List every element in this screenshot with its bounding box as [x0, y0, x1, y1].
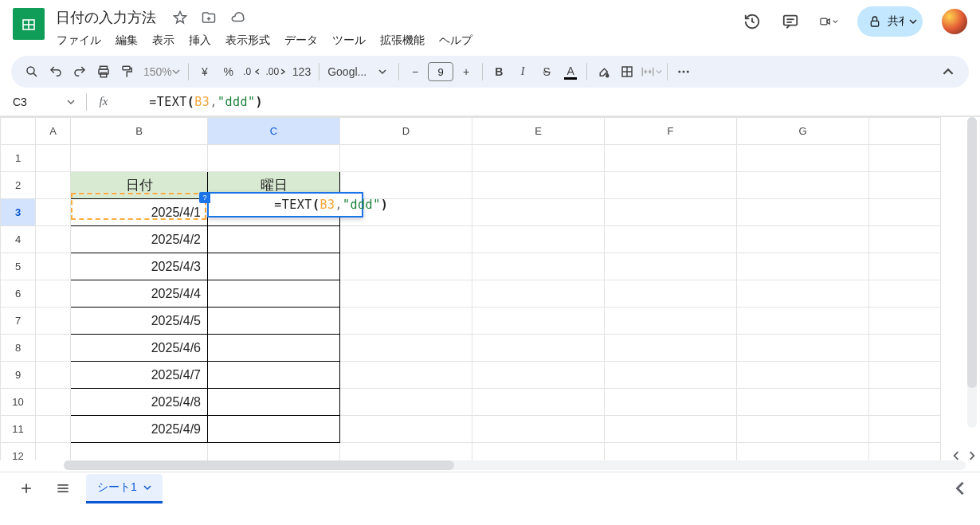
col-header-C[interactable]: C — [208, 118, 340, 145]
number-format-button[interactable]: 123 — [289, 61, 314, 83]
all-sheets-button[interactable] — [49, 475, 76, 502]
borders-button[interactable] — [616, 61, 638, 83]
add-sheet-button[interactable] — [13, 475, 40, 502]
cell-C8[interactable] — [208, 335, 340, 362]
row-header-4[interactable]: 4 — [1, 226, 36, 253]
sheet-tab-menu-icon[interactable] — [143, 484, 151, 492]
cell-B11[interactable]: 2025/4/9 — [71, 416, 208, 443]
cell-B5[interactable]: 2025/4/3 — [71, 253, 208, 280]
sheet-tab-1[interactable]: シート1 — [86, 474, 163, 503]
name-box[interactable]: C3 — [13, 96, 67, 108]
col-header-F[interactable]: F — [605, 118, 737, 145]
col-header-B[interactable]: B — [71, 118, 208, 145]
svg-rect-14 — [123, 66, 130, 70]
avatar[interactable] — [942, 9, 967, 34]
row-header-6[interactable]: 6 — [1, 280, 36, 308]
print-icon[interactable] — [92, 61, 115, 83]
cell-C6[interactable] — [208, 280, 340, 308]
move-icon[interactable] — [199, 8, 218, 27]
text-color-button[interactable]: A — [559, 61, 582, 83]
increase-decimal-button[interactable]: .00 — [265, 61, 288, 83]
sheet-scroll-arrows[interactable] — [951, 451, 977, 460]
history-icon[interactable] — [743, 12, 762, 31]
select-all-corner[interactable] — [1, 118, 36, 145]
horizontal-scrollbar[interactable] — [64, 460, 966, 470]
vertical-scrollbar[interactable] — [967, 117, 977, 428]
cell-B3[interactable]: 2025/4/1 — [71, 199, 208, 226]
svg-rect-8 — [871, 21, 878, 26]
cell-C4[interactable] — [208, 226, 340, 253]
col-header-extra[interactable] — [869, 118, 941, 145]
merge-button[interactable] — [640, 61, 662, 83]
menu-bar: ファイル 編集 表示 挿入 表示形式 データ ツール 拡張機能 ヘルプ — [51, 29, 478, 51]
meet-icon[interactable] — [819, 12, 838, 31]
name-box-dropdown-icon[interactable] — [67, 98, 75, 106]
undo-icon[interactable] — [45, 61, 67, 83]
cell-editor[interactable]: ? =TEXT(B3,"ddd") — [207, 192, 363, 217]
row-header-5[interactable]: 5 — [1, 253, 36, 280]
col-header-A[interactable]: A — [36, 118, 71, 145]
fill-color-button[interactable] — [592, 61, 614, 83]
spreadsheet-grid[interactable]: A B C D E F G 1 2 日付 曜日 3 2025/4/1 4 202… — [0, 117, 941, 460]
bold-button[interactable]: B — [488, 61, 510, 83]
row-header-8[interactable]: 8 — [1, 335, 36, 362]
col-header-E[interactable]: E — [472, 118, 605, 145]
svg-line-10 — [33, 73, 37, 76]
svg-point-18 — [678, 71, 680, 73]
cell-B10[interactable]: 2025/4/8 — [71, 389, 208, 416]
share-dropdown[interactable] — [904, 7, 923, 36]
more-toolbar-icon[interactable] — [672, 61, 695, 83]
row-header-2[interactable]: 2 — [1, 172, 36, 199]
collapse-toolbar-icon[interactable] — [937, 61, 959, 83]
font-select[interactable]: Googl... — [324, 61, 370, 83]
menu-tools[interactable]: ツール — [327, 30, 371, 51]
sheets-logo[interactable] — [13, 8, 45, 40]
font-size-increase[interactable]: + — [455, 61, 477, 83]
menu-extensions[interactable]: 拡張機能 — [374, 30, 430, 51]
col-header-D[interactable]: D — [340, 118, 472, 145]
row-header-1[interactable]: 1 — [1, 145, 36, 172]
cell-C10[interactable] — [208, 389, 340, 416]
menu-view[interactable]: 表示 — [147, 30, 180, 51]
row-header-12[interactable]: 12 — [1, 443, 36, 461]
italic-button[interactable]: I — [512, 61, 534, 83]
menu-edit[interactable]: 編集 — [110, 30, 143, 51]
row-header-7[interactable]: 7 — [1, 308, 36, 335]
cell-B7[interactable]: 2025/4/5 — [71, 308, 208, 335]
doc-title[interactable]: 日付の入力方法 — [51, 6, 161, 29]
svg-rect-7 — [821, 18, 827, 25]
cell-B9[interactable]: 2025/4/7 — [71, 362, 208, 389]
row-header-11[interactable]: 11 — [1, 416, 36, 443]
strike-button[interactable]: S — [535, 61, 558, 83]
redo-icon[interactable] — [69, 61, 91, 83]
col-header-G[interactable]: G — [737, 118, 869, 145]
cell-B4[interactable]: 2025/4/2 — [71, 226, 208, 253]
star-icon[interactable] — [171, 8, 190, 27]
font-size-input[interactable]: 9 — [428, 62, 453, 81]
cell-C5[interactable] — [208, 253, 340, 280]
search-menus-icon[interactable] — [21, 61, 43, 83]
font-size-decrease[interactable]: − — [404, 61, 426, 83]
fx-icon: fx — [96, 95, 111, 108]
sheet-tab-label: シート1 — [97, 480, 137, 495]
row-header-10[interactable]: 10 — [1, 389, 36, 416]
explore-button[interactable] — [953, 481, 967, 496]
cell-C7[interactable] — [208, 308, 340, 335]
svg-point-19 — [683, 71, 685, 73]
formula-help-icon[interactable]: ? — [199, 192, 210, 203]
cell-C11[interactable] — [208, 416, 340, 443]
font-dropdown-icon[interactable] — [371, 61, 394, 83]
menu-file[interactable]: ファイル — [51, 30, 107, 51]
comments-icon[interactable] — [781, 12, 800, 31]
menu-insert[interactable]: 挿入 — [183, 30, 217, 51]
cell-B8[interactable]: 2025/4/6 — [71, 335, 208, 362]
cell-C9[interactable] — [208, 362, 340, 389]
menu-help[interactable]: ヘルプ — [433, 30, 478, 51]
row-header-3[interactable]: 3 — [1, 199, 36, 226]
menu-data[interactable]: データ — [279, 30, 323, 51]
cell-B2[interactable]: 日付 — [71, 172, 208, 199]
cloud-status-icon[interactable] — [228, 8, 247, 27]
row-header-9[interactable]: 9 — [1, 362, 36, 389]
menu-format[interactable]: 表示形式 — [220, 30, 276, 51]
cell-B6[interactable]: 2025/4/4 — [71, 280, 208, 308]
